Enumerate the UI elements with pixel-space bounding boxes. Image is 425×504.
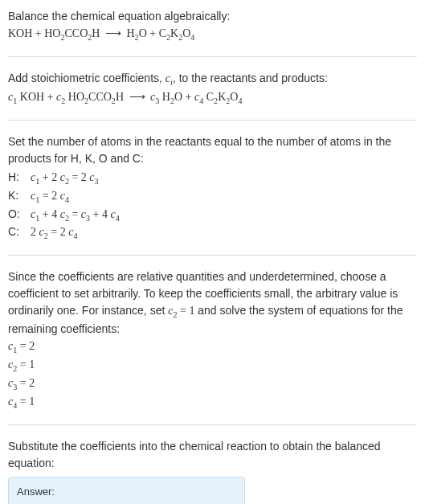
coeff-solutions: c1 = 2 c2 = 1 c3 = 2 c4 = 1 [8, 338, 417, 412]
table-row: O: c1 + 4 c2 = c3 + 4 c4 [8, 206, 125, 224]
coeff-line: c4 = 1 [8, 393, 417, 412]
eq-rhs: H2O + C2K2O4 [126, 27, 194, 39]
answer-box: Answer: 2 KOH + HO2CCO2H ⟶ 2 H2O + C2K2O… [8, 477, 245, 504]
arrow-icon: ⟶ [127, 90, 148, 103]
txt: O + [174, 91, 194, 103]
txt: CCO [65, 27, 88, 39]
txt: CCO [88, 91, 112, 103]
txt: H [126, 27, 134, 39]
txt: = 2 [69, 171, 89, 183]
element-label: C: [8, 223, 31, 242]
section-solve: Since the coefficients are relative quan… [8, 264, 417, 416]
coeff-instruction: Add stoichiometric coefficients, ci, to … [8, 70, 417, 88]
txt: KOH + HO [8, 27, 60, 39]
txt: O [182, 27, 190, 39]
txt: KOH + [17, 91, 56, 103]
txt: O [230, 91, 238, 103]
equation-cell: c1 + 2 c2 = 2 c3 [31, 169, 125, 187]
atom-balance-table: H: c1 + 2 c2 = 2 c3 K: c1 = 2 c4 O: c1 +… [8, 169, 125, 243]
section-atoms: Set the number of atoms in the reactants… [8, 129, 417, 248]
arrow-icon: ⟶ [103, 27, 124, 39]
txt: H [159, 91, 170, 103]
unbalanced-equation: KOH + HO2CCO2H ⟶ H2O + C2K2O4 [8, 25, 417, 43]
substitute-text: Substitute the coefficients into the che… [8, 438, 417, 472]
txt: H [116, 91, 124, 103]
txt: 2 [31, 226, 39, 238]
txt: HO [65, 91, 84, 103]
coeff-line: c3 = 2 [8, 375, 417, 393]
txt: = 2 [17, 340, 35, 352]
txt: = 1 [17, 395, 35, 408]
coeff-equation: c1 KOH + c2 HO2CCO2H ⟶ c3 H2O + c4 C2K2O… [8, 88, 417, 107]
solve-text: Since the coefficients are relative quan… [8, 268, 417, 338]
element-label: O: [8, 206, 31, 224]
divider [8, 120, 417, 121]
sub: 4 [190, 33, 194, 42]
table-row: K: c1 = 2 c4 [8, 187, 125, 206]
eq-lhs: KOH + HO2CCO2H [8, 27, 100, 39]
sub: 4 [238, 96, 242, 105]
txt: O + C [139, 27, 166, 39]
equation-cell: c1 + 4 c2 = c3 + 4 c4 [31, 206, 125, 224]
coeff-line: c1 = 2 [8, 338, 417, 356]
txt: = 1 [177, 305, 194, 317]
txt: = 1 [17, 359, 35, 371]
instruction-text: Balance the chemical equation algebraica… [8, 8, 417, 25]
table-row: H: c1 + 2 c2 = 2 c3 [8, 169, 125, 187]
txt: + 4 [39, 208, 59, 220]
txt: = [69, 208, 81, 220]
txt: Add stoichiometric coefficients, [8, 72, 166, 84]
divider [8, 255, 417, 256]
section-intro: Balance the chemical equation algebraica… [8, 3, 417, 48]
txt: H [92, 27, 100, 39]
sub: 4 [65, 195, 69, 203]
element-label: K: [8, 187, 31, 206]
section-coeffs: Add stoichiometric coefficients, ci, to … [8, 65, 417, 112]
table-row: C: 2 c2 = 2 c4 [8, 223, 125, 242]
sub: 3 [95, 177, 99, 186]
sub: 4 [73, 232, 77, 240]
txt: C [203, 91, 214, 103]
txt: + 2 [39, 171, 59, 183]
equation-cell: 2 c2 = 2 c4 [31, 223, 125, 242]
txt: = 2 [48, 226, 68, 238]
txt: + 4 [90, 208, 110, 220]
answer-label: Answer: [17, 484, 236, 500]
atoms-text: Set the number of atoms in the reactants… [8, 133, 417, 167]
element-label: H: [8, 169, 31, 187]
divider [8, 56, 417, 57]
section-answer: Substitute the coefficients into the che… [8, 433, 417, 504]
coeff-line: c2 = 1 [8, 356, 417, 375]
divider [8, 424, 417, 425]
txt: K [218, 91, 226, 103]
equation-cell: c1 = 2 c4 [31, 187, 125, 206]
sub: 4 [116, 213, 120, 222]
txt: , to the reactants and products: [173, 72, 328, 84]
txt: = 2 [17, 377, 35, 389]
txt: = 2 [39, 190, 59, 202]
txt: K [170, 27, 178, 39]
